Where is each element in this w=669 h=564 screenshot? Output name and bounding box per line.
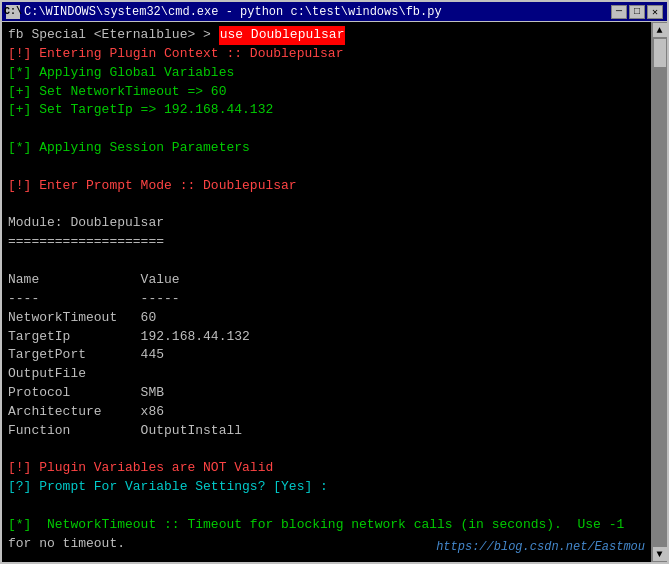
scroll-up-button[interactable]: ▲ bbox=[652, 22, 668, 38]
line-25 bbox=[8, 497, 645, 516]
line-10: Module: Doublepulsar bbox=[8, 214, 645, 233]
line-26: [*] NetworkTimeout :: Timeout for blocki… bbox=[8, 516, 645, 535]
title-bar: C:\ C:\WINDOWS\system32\cmd.exe - python… bbox=[2, 2, 667, 22]
title-bar-left: C:\ C:\WINDOWS\system32\cmd.exe - python… bbox=[6, 5, 442, 19]
line-14: ---- ----- bbox=[8, 290, 645, 309]
line-7 bbox=[8, 158, 645, 177]
line-3: [+] Set NetworkTimeout => 60 bbox=[8, 83, 645, 102]
line-17: TargetPort 445 bbox=[8, 346, 645, 365]
title-bar-buttons: ─ □ ✕ bbox=[611, 5, 663, 19]
line-22 bbox=[8, 441, 645, 460]
line-2: [*] Applying Global Variables bbox=[8, 64, 645, 83]
line-13: Name Value bbox=[8, 271, 645, 290]
line-6: [*] Applying Session Parameters bbox=[8, 139, 645, 158]
line-16: TargetIp 192.168.44.132 bbox=[8, 328, 645, 347]
command-highlight: use Doublepulsar bbox=[219, 26, 346, 45]
main-window: C:\ C:\WINDOWS\system32\cmd.exe - python… bbox=[0, 0, 669, 564]
line-24: [?] Prompt For Variable Settings? [Yes] … bbox=[8, 478, 645, 497]
prompt-line: fb Special <Eternalblue> > use Doublepul… bbox=[8, 26, 645, 45]
minimize-button[interactable]: ─ bbox=[611, 5, 627, 19]
scrollbar-thumb[interactable] bbox=[653, 38, 667, 68]
close-button[interactable]: ✕ bbox=[647, 5, 663, 19]
line-23: [!] Plugin Variables are NOT Valid bbox=[8, 459, 645, 478]
terminal-body: fb Special <Eternalblue> > use Doublepul… bbox=[2, 22, 667, 562]
line-11: ==================== bbox=[8, 233, 645, 252]
line-18: OutputFile bbox=[8, 365, 645, 384]
line-20: Architecture x86 bbox=[8, 403, 645, 422]
scroll-down-button[interactable]: ▼ bbox=[652, 546, 668, 562]
line-5 bbox=[8, 120, 645, 139]
line-9 bbox=[8, 196, 645, 215]
maximize-button[interactable]: □ bbox=[629, 5, 645, 19]
watermark: https://blog.csdn.net/Eastmou bbox=[436, 539, 645, 556]
scrollbar[interactable]: ▲ ▼ bbox=[651, 22, 667, 562]
window-title: C:\WINDOWS\system32\cmd.exe - python c:\… bbox=[24, 5, 442, 19]
line-1: [!] Entering Plugin Context :: Doublepul… bbox=[8, 45, 645, 64]
line-19: Protocol SMB bbox=[8, 384, 645, 403]
cmd-icon: C:\ bbox=[6, 5, 20, 19]
line-8: [!] Enter Prompt Mode :: Doublepulsar bbox=[8, 177, 645, 196]
scrollbar-track[interactable] bbox=[652, 38, 667, 546]
line-21: Function OutputInstall bbox=[8, 422, 645, 441]
prompt-text: fb Special <Eternalblue> > bbox=[8, 26, 219, 45]
terminal[interactable]: fb Special <Eternalblue> > use Doublepul… bbox=[2, 22, 651, 562]
line-12 bbox=[8, 252, 645, 271]
line-4: [+] Set TargetIp => 192.168.44.132 bbox=[8, 101, 645, 120]
line-15: NetworkTimeout 60 bbox=[8, 309, 645, 328]
